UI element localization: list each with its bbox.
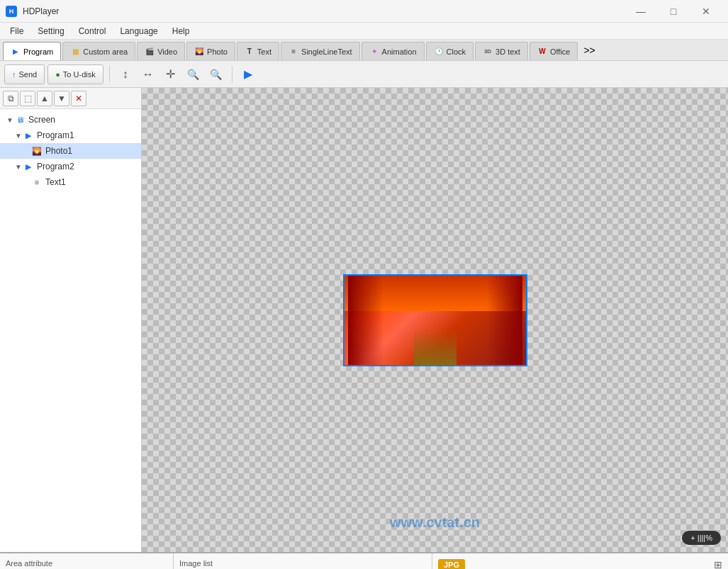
area-attribute-title: Area attribute bbox=[6, 559, 167, 568]
3dtext-tab-icon: 3D bbox=[483, 47, 493, 57]
window-controls: — □ ✕ bbox=[625, 0, 722, 23]
zoom-out-button[interactable]: 🔍 bbox=[206, 64, 226, 84]
tab-clock-label: Clock bbox=[447, 47, 466, 56]
photo-icon: 🌄 bbox=[31, 145, 43, 157]
toolbar-separator bbox=[109, 66, 110, 83]
tree-down-button[interactable]: ▼ bbox=[54, 91, 69, 106]
monitor-icon: 🖥 bbox=[14, 114, 26, 125]
tab-animation[interactable]: ✦ Animation bbox=[362, 42, 425, 60]
program-tab-icon: ▶ bbox=[11, 47, 21, 57]
usb-icon: ● bbox=[55, 70, 60, 79]
tree-node-photo1[interactable]: 🌄 Photo1 bbox=[0, 143, 141, 159]
send-button[interactable]: ↑ Send bbox=[4, 64, 45, 84]
maximize-button[interactable]: □ bbox=[657, 0, 690, 23]
tab-office[interactable]: W Office bbox=[530, 42, 578, 60]
text-tab-icon: T bbox=[245, 47, 254, 57]
tree-node-program1[interactable]: ▼ ▶ Program1 bbox=[0, 128, 141, 143]
tab-video-label: Video bbox=[157, 47, 177, 56]
tree-node-program2[interactable]: ▼ ▶ Program2 bbox=[0, 159, 141, 174]
tab-slt-label: SingleLineText bbox=[301, 47, 352, 56]
tab-anim-label: Animation bbox=[382, 47, 417, 56]
menu-help[interactable]: Help bbox=[165, 25, 197, 38]
tree-panel: ▼ 🖥 Screen ▼ ▶ Program1 🌄 Photo1 ▼ bbox=[0, 109, 141, 552]
app-title: HDPlayer bbox=[23, 6, 619, 16]
tree-label-program2: Program2 bbox=[37, 162, 74, 171]
tree-paste-button[interactable]: ⬚ bbox=[20, 91, 35, 106]
menu-file[interactable]: File bbox=[3, 25, 30, 38]
tab-program-label: Program bbox=[23, 47, 53, 56]
tab-photo[interactable]: 🌄 Photo bbox=[186, 42, 235, 60]
tab-customarea-label: Custom area bbox=[83, 47, 128, 56]
tab-customarea[interactable]: ▦ Custom area bbox=[62, 42, 135, 60]
tree-label-photo1: Photo1 bbox=[45, 146, 72, 156]
tab-photo-label: Photo bbox=[207, 47, 228, 56]
clock-tab-icon: 🕐 bbox=[434, 47, 444, 57]
tree-label-text1: Text1 bbox=[45, 177, 66, 187]
program2-icon: ▶ bbox=[23, 161, 34, 172]
tree-arrow-screen[interactable]: ▼ bbox=[6, 116, 14, 124]
tab-3dtext[interactable]: 3D 3D text bbox=[475, 42, 528, 60]
tree-label-screen: Screen bbox=[28, 115, 55, 125]
left-panel: ⧉ ⬚ ▲ ▼ ✕ ▼ 🖥 Screen ▼ ▶ Program1 bbox=[0, 88, 142, 552]
canvas-content bbox=[343, 274, 527, 366]
zoom-control[interactable]: + ||||% bbox=[682, 531, 721, 545]
tab-singlelinetext[interactable]: ≡ SingleLineText bbox=[281, 42, 360, 60]
move-right-button[interactable]: ↔ bbox=[138, 64, 158, 84]
tousb-button[interactable]: ● To U-disk bbox=[47, 64, 103, 84]
tree-up-button[interactable]: ▲ bbox=[37, 91, 52, 106]
menu-language[interactable]: Language bbox=[113, 25, 164, 38]
zoom-label: + ||||% bbox=[690, 534, 712, 542]
photo-tab-icon: 🌄 bbox=[194, 47, 204, 57]
canvas-area: www.cvtat.cn + ||||% bbox=[142, 88, 728, 552]
image-list-title: Image list bbox=[179, 559, 426, 568]
zoom-in-button[interactable]: 🔍 bbox=[184, 64, 203, 84]
area-attribute-panel: Area attribute layout ⊹ 0, 0 ⬜ 256, 128 … bbox=[0, 553, 174, 569]
slt-tab-icon: ≡ bbox=[289, 47, 298, 57]
tree-left bbox=[348, 276, 383, 365]
tab-clock[interactable]: 🕐 Clock bbox=[426, 42, 474, 60]
program-icon: ▶ bbox=[23, 130, 34, 141]
play-button[interactable]: ▶ bbox=[238, 64, 258, 84]
tree-delete-button[interactable]: ✕ bbox=[71, 91, 86, 106]
toolbar-separator-2 bbox=[232, 66, 233, 83]
jpg-panel-header: JPG ⊞ bbox=[438, 559, 722, 569]
jpg-badge: JPG bbox=[438, 559, 465, 569]
tab-text-label: Text bbox=[257, 47, 271, 56]
titlebar: H HDPlayer — □ ✕ bbox=[0, 0, 728, 23]
send-label: Send bbox=[19, 70, 38, 79]
anim-tab-icon: ✦ bbox=[369, 47, 379, 57]
send-icon: ↑ bbox=[12, 70, 16, 79]
watermark-text: www.cvtat.cn bbox=[390, 514, 480, 531]
tree-node-screen[interactable]: ▼ 🖥 Screen bbox=[0, 112, 141, 128]
tab-text[interactable]: T Text bbox=[237, 42, 279, 60]
app-icon: H bbox=[6, 6, 17, 17]
tree-copy-button[interactable]: ⧉ bbox=[3, 91, 18, 106]
tab-office-label: Office bbox=[550, 47, 571, 56]
customarea-tab-icon: ▦ bbox=[70, 47, 80, 57]
toolbar: ↑ Send ● To U-disk ↕ ↔ ✛ 🔍 🔍 ▶ bbox=[0, 61, 728, 88]
move-up-button[interactable]: ↕ bbox=[116, 64, 135, 84]
tabs-more-button[interactable]: >> bbox=[579, 43, 599, 57]
menu-control[interactable]: Control bbox=[72, 25, 113, 38]
tree-arrow-program2[interactable]: ▼ bbox=[14, 163, 23, 171]
tab-3dtext-label: 3D text bbox=[495, 47, 520, 56]
jpg-panel: JPG ⊞ Display Immediate Show ▼ 5 ▼ bbox=[432, 553, 728, 569]
menubar: File Setting Control Language Help bbox=[0, 23, 728, 40]
tab-video[interactable]: 🎬 Video bbox=[137, 42, 185, 60]
tab-program[interactable]: ▶ Program bbox=[3, 42, 61, 60]
expand-icon[interactable]: ⊞ bbox=[714, 559, 722, 569]
tree-toolbar: ⧉ ⬚ ▲ ▼ ✕ bbox=[0, 88, 141, 109]
bottom-panels: Area attribute layout ⊹ 0, 0 ⬜ 256, 128 … bbox=[0, 552, 728, 569]
path-reflection bbox=[414, 329, 457, 364]
move-cross-button[interactable]: ✛ bbox=[161, 64, 181, 84]
text-item-icon: ≡ bbox=[31, 176, 43, 188]
menu-setting[interactable]: Setting bbox=[30, 25, 71, 38]
tousb-label: To U-disk bbox=[63, 70, 96, 79]
tree-node-text1[interactable]: ≡ Text1 bbox=[0, 174, 141, 190]
tabs-bar: ▶ Program ▦ Custom area 🎬 Video 🌄 Photo … bbox=[0, 40, 728, 61]
canvas-image[interactable] bbox=[343, 274, 527, 366]
tree-arrow-program1[interactable]: ▼ bbox=[14, 132, 23, 140]
close-button[interactable]: ✕ bbox=[690, 0, 722, 23]
tree-right bbox=[487, 276, 522, 365]
minimize-button[interactable]: — bbox=[625, 0, 657, 23]
